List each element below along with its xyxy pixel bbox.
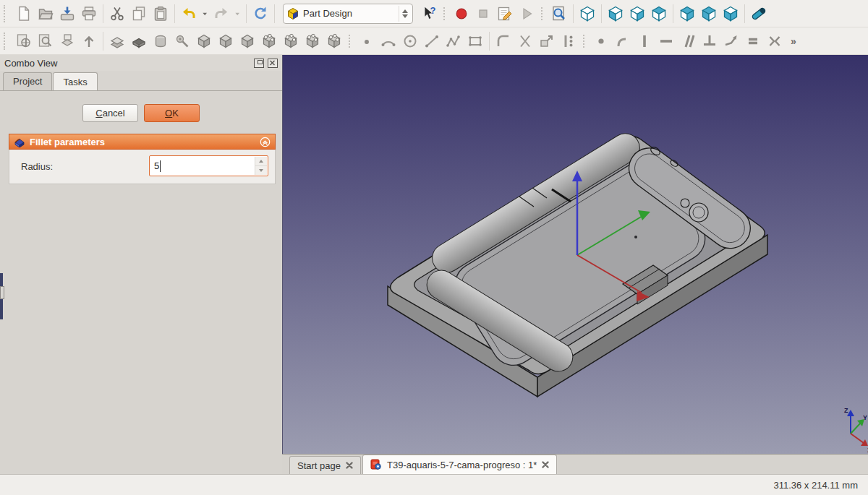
nav-axis-y-label: Y xyxy=(863,414,867,421)
sk-map-icon xyxy=(59,33,76,50)
cube-front-icon xyxy=(607,5,624,22)
3d-viewport[interactable]: Z Y X xyxy=(282,55,868,454)
document-tab-label: T39-aquaris-5-7-cama-progreso : 1* xyxy=(387,460,537,470)
collapse-icon[interactable] xyxy=(260,137,271,147)
primitive-box-button xyxy=(193,30,215,52)
sketch-rectangle-button xyxy=(464,30,486,52)
close-panel-icon[interactable] xyxy=(268,59,278,68)
sketch-fillet-button xyxy=(493,30,514,52)
constraint-coincident-button xyxy=(590,30,612,52)
toolbar-separator xyxy=(583,35,587,48)
cancel-button[interactable]: Cancel xyxy=(82,104,138,122)
float-panel-icon[interactable] xyxy=(254,59,264,68)
save-document-button[interactable] xyxy=(56,3,78,25)
task-dialog-buttons: Cancel OK xyxy=(0,104,282,122)
macro-edit-button[interactable] xyxy=(494,3,516,25)
view-bottom-button[interactable] xyxy=(720,3,741,25)
sketch-view-button xyxy=(35,30,56,52)
workbench-spinner-icon[interactable] xyxy=(399,6,410,22)
mdi-tab-bar: Start pageT39-aquaris-5-7-cama-progreso … xyxy=(282,454,868,474)
pattern-icon xyxy=(282,33,299,50)
view-left-button[interactable] xyxy=(698,3,720,25)
radius-label: Radius: xyxy=(21,161,53,172)
paste-button[interactable] xyxy=(150,3,171,25)
screen-edge-handle[interactable] xyxy=(0,286,4,299)
cube-right-icon xyxy=(629,5,646,22)
tab-project[interactable]: Project xyxy=(3,72,52,90)
constraint-symmetric-button xyxy=(764,30,786,52)
view-rear-button[interactable] xyxy=(676,3,698,25)
coincident-icon xyxy=(592,33,610,50)
spin-down-icon[interactable] xyxy=(255,166,267,175)
cut-icon xyxy=(109,5,126,22)
view-front-button[interactable] xyxy=(605,3,626,25)
perp-icon xyxy=(701,33,718,50)
toolbar-separator xyxy=(349,35,352,48)
constraint-point-on-object-button xyxy=(612,30,634,52)
print-button[interactable] xyxy=(78,3,100,25)
ok-button[interactable]: OK xyxy=(144,104,200,122)
whats-this-button[interactable]: ? xyxy=(418,3,440,25)
constraint-tangent-button xyxy=(720,30,742,52)
constraint-perpendicular-button xyxy=(699,30,720,52)
radius-input[interactable]: 5 xyxy=(149,155,268,176)
refresh-button[interactable] xyxy=(250,3,271,25)
close-tab-icon[interactable] xyxy=(542,461,549,468)
toolbar-part-design: » xyxy=(0,27,868,55)
document-tab[interactable]: Start page xyxy=(289,456,361,474)
sketch-map-button xyxy=(56,30,78,52)
open-document-button[interactable] xyxy=(35,3,56,25)
view-axonometric-button[interactable] xyxy=(576,3,598,25)
view-right-button[interactable] xyxy=(626,3,648,25)
svg-text:»: » xyxy=(791,35,796,47)
macro-edit-icon xyxy=(496,5,514,22)
phone-case-model xyxy=(388,128,767,397)
screen-edge-strip xyxy=(0,299,3,319)
radius-spin-buttons[interactable] xyxy=(255,157,267,175)
macro-record-button[interactable] xyxy=(451,3,472,25)
spin-up-icon[interactable] xyxy=(255,157,267,166)
pad-button xyxy=(106,30,128,52)
tab-tasks[interactable]: Tasks xyxy=(53,72,97,91)
more-icon: » xyxy=(788,33,805,50)
new-document-button[interactable] xyxy=(13,3,35,25)
fillet-parameters-header[interactable]: Fillet parameters xyxy=(9,134,276,150)
sk-leave-icon xyxy=(80,33,98,50)
undo-dropdown-button[interactable] xyxy=(200,3,210,25)
combo-view-panel: Combo View ProjectTasks Cancel OK xyxy=(0,55,282,474)
workbench-selector[interactable]: Part Design xyxy=(283,4,413,24)
toolbar-grip[interactable] xyxy=(4,5,10,22)
view-fit-all-button[interactable] xyxy=(548,3,570,25)
tangent-icon xyxy=(723,33,740,50)
cube-bottom-icon xyxy=(722,5,739,22)
sketch-leave-button xyxy=(78,30,100,52)
screen-edge-strip xyxy=(0,273,3,286)
line-g-icon xyxy=(423,33,441,50)
carbon-copy-button xyxy=(558,30,579,52)
sym-icon xyxy=(766,33,783,50)
groove-button xyxy=(171,30,193,52)
redo-button xyxy=(210,3,232,25)
undo-button[interactable] xyxy=(178,3,200,25)
equal-icon xyxy=(744,33,762,50)
toolbar-overflow-button[interactable]: » xyxy=(786,30,807,52)
close-tab-button[interactable] xyxy=(542,461,549,468)
constraint-equal-button xyxy=(742,30,764,52)
dd-dis-icon xyxy=(232,5,243,22)
close-tab-icon[interactable] xyxy=(346,462,353,469)
cut-button[interactable] xyxy=(106,3,128,25)
view-top-button[interactable] xyxy=(648,3,670,25)
copy-button[interactable] xyxy=(128,3,150,25)
multi-transform-button xyxy=(323,30,345,52)
close-tab-button[interactable] xyxy=(346,462,353,469)
measure-distance-button[interactable] xyxy=(748,3,770,25)
parallel-icon xyxy=(679,33,697,50)
measure-icon xyxy=(750,5,767,22)
document-tab-active[interactable]: T39-aquaris-5-7-cama-progreso : 1* xyxy=(362,455,557,474)
fillet-g-icon xyxy=(495,33,512,50)
revolution-icon xyxy=(152,33,169,50)
toolbar-grip[interactable] xyxy=(4,33,10,50)
macro-play-button xyxy=(516,3,537,25)
freecad-window: Part Design? » Combo View ProjectTasks C… xyxy=(0,0,868,495)
primitive-cylinder-button xyxy=(215,30,237,52)
